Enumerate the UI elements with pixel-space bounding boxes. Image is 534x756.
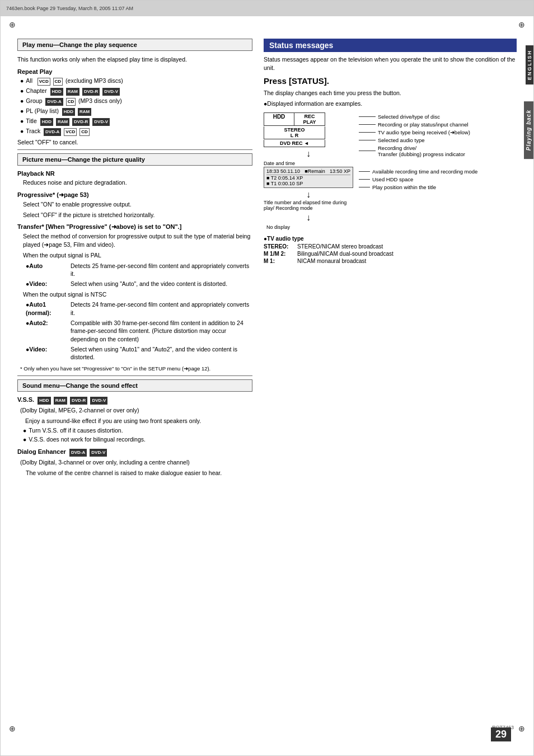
diagram-wrapper: HDD RECPLAY STEREOL R (264, 112, 517, 230)
down-arrow3: ↓ (264, 213, 353, 223)
press-note: ●Displayed information are examples. (264, 100, 517, 108)
list-item: ● Track DVD-A VCD CD (20, 127, 252, 136)
list-item: ●Auto2: Compatible with 30 frame-per-sec… (26, 319, 252, 344)
press-desc: The display changes each time you press … (264, 89, 517, 97)
top-bar-text: 7463en.book Page 29 Tuesday, March 8, 20… (6, 6, 133, 11)
list-item: ● V.S.S. does not work for bilingual rec… (23, 435, 252, 444)
page-number: 29 (491, 727, 511, 741)
title-elapsed-label: Title number and elapsed time during pla… (264, 200, 353, 211)
list-item: ●Video: Select when using "Auto", and th… (26, 280, 252, 288)
play-menu-box: Play menu—Change the play sequence (17, 39, 252, 51)
list-item: ● Turn V.S.S. off if it causes distortio… (23, 426, 252, 435)
tv-audio-section: ●TV audio type STEREO: STEREO/NICAM ster… (264, 236, 517, 264)
down-arrow2: ↓ (264, 190, 353, 200)
ann-6: Available recording time and recording m… (359, 168, 517, 175)
ann-7: Used HDD space (359, 176, 517, 182)
list-item: ● PL (Play list) HDD RAM (20, 107, 252, 116)
dialog-enhancer-section: Dialog Enhancer DVD-A DVD-V (Dolby Digit… (17, 448, 252, 477)
content-area: Play menu—Change the play sequence This … (17, 39, 517, 479)
list-item: ●Auto Detects 25 frame-per-second film c… (26, 262, 252, 278)
sound-menu-box: Sound menu—Change the sound effect (17, 379, 252, 392)
dvd-rec-box: DVD REC ◄ (264, 140, 325, 147)
dialog-enhancer-heading: Dialog Enhancer DVD-A DVD-V (17, 448, 252, 457)
list-item: ● Chapter HDD RAM DVD-R DVD-V (20, 87, 252, 96)
repeat-play-list: ● All VCD CD (excluding MP3 discs) ● Cha… (20, 77, 252, 136)
picture-menu-box: Picture menu—Change the picture quality (17, 153, 252, 166)
hdd-rec-row: HDD RECPLAY (264, 112, 353, 126)
playback-nr-heading: Playback NR (17, 170, 252, 177)
page-outer: 7463en.book Page 29 Tuesday, March 8, 20… (0, 0, 534, 756)
progressive-heading: Progressive* (➜page 53) (17, 191, 252, 199)
date-time-label: Date and time (264, 161, 353, 166)
ann-3: TV audio type being received (➜below) (359, 129, 517, 135)
transfer-heading: Transfer* [When "Progressive" (➜above) i… (17, 223, 252, 231)
transfer-footnote: * Only when you have set "Progressive" t… (20, 365, 252, 372)
tv-audio-heading: ●TV audio type (264, 236, 517, 242)
cancel-text: Select "OFF" to cancel. (17, 138, 252, 147)
press-status-heading: Press [STATUS]. (264, 76, 517, 86)
ann-8: Play position within the title (359, 184, 517, 190)
ann-5: Recording drive/Transfer (dubbing) progr… (359, 145, 517, 157)
stereo-box: STEREOL R (264, 126, 325, 139)
display-row1: 18:33 50.11.10 ■Remain 13:50 XP ■ T2 0:0… (264, 167, 353, 188)
ann-2: Recording or play status/input channel (359, 121, 517, 128)
top-bar: 7463en.book Page 29 Tuesday, March 8, 20… (1, 1, 533, 16)
status-diagram-area: HDD RECPLAY STEREOL R (264, 112, 517, 230)
ntsc-items: ●Auto1(normal): Detects 24 frame-per-sec… (26, 300, 252, 361)
m1m2-row: M 1/M 2: Bilingual/NICAM dual-sound broa… (264, 251, 517, 257)
repeat-play-heading: Repeat Play (17, 68, 252, 75)
status-messages-header: Status messages (264, 39, 517, 52)
pal-heading: When the output signal is PAL (23, 251, 252, 260)
right-column: Status messages Status messages appear o… (264, 39, 517, 479)
ann-4: Selected audio type (359, 137, 517, 143)
hdd-box: HDD (264, 112, 294, 126)
progressive-off: Select "OFF" if the picture is stretched… (23, 211, 252, 219)
playback-nr-text: Reduces noise and picture degradation. (23, 179, 252, 187)
vss-note: (Dolby Digital, MPEG, 2-channel or over … (20, 406, 252, 415)
list-item: ●Auto1(normal): Detects 24 frame-per-sec… (26, 300, 252, 317)
vss-bullets: Enjoy a surround-like effect if you are … (23, 417, 252, 444)
down-arrow1: ↓ (264, 149, 353, 159)
list-item: ● All VCD CD (excluding MP3 discs) (20, 77, 252, 86)
corner-mark-tr: ⊕ (518, 20, 525, 29)
list-item: ●Video: Select when using "Auto1" and "A… (26, 345, 252, 361)
play-menu-title: Play menu—Change the play sequence (22, 41, 247, 48)
stereo-row-audio: STEREO: STEREO/NICAM stereo broadcast (264, 243, 517, 250)
ann-1: Selected drive/type of disc (359, 114, 517, 120)
corner-mark-tl: ⊕ (9, 20, 16, 29)
dvd-rec-row: DVD REC ◄ (264, 140, 353, 147)
no-display-label: No display (266, 224, 353, 230)
left-column: Play menu—Change the play sequence This … (17, 39, 252, 479)
diagram-annotations: Selected drive/type of disc Recording or… (353, 112, 517, 230)
picture-menu-title: Picture menu—Change the picture quality (22, 156, 247, 163)
sound-menu-title: Sound menu—Change the sound effect (22, 382, 247, 389)
stereo-row: STEREOL R (264, 126, 353, 139)
pal-items: ●Auto Detects 25 frame-per-second film c… (26, 262, 252, 288)
corner-mark-br: ⊕ (518, 724, 525, 733)
divider2 (17, 375, 252, 376)
status-intro: Status messages appear on the television… (264, 55, 517, 72)
m1-row: M 1: NICAM monaural broadcast (264, 258, 517, 264)
play-menu-intro: This function works only when the elapse… (17, 55, 252, 64)
rec-play-box: RECPLAY (294, 112, 325, 126)
diagram-boxes: HDD RECPLAY STEREOL R (264, 112, 353, 230)
divider (17, 149, 252, 150)
list-item: ● Group DVD-A CD (MP3 discs only) (20, 97, 252, 106)
progressive-on: Select "ON" to enable progressive output… (23, 200, 252, 209)
playing-back-tab: Playing back (524, 101, 533, 159)
list-item: ● Title HDD RAM DVD-R DVD-V (20, 117, 252, 126)
vss-section: V.S.S. HDD RAM DVD-R DVD-V (Dolby Digita… (17, 396, 252, 444)
english-tab: ENGLISH (526, 45, 533, 84)
dialog-enhancer-text: The volume of the centre channel is rais… (26, 469, 252, 477)
corner-mark-bl: ⊕ (9, 724, 16, 733)
transfer-text1: Select the method of conversion for prog… (23, 232, 252, 248)
ntsc-heading: When the output signal is NTSC (23, 290, 252, 299)
list-item: Enjoy a surround-like effect if you are … (23, 417, 252, 425)
dialog-enhancer-note: (Dolby Digital, 3-channel or over only, … (20, 458, 252, 467)
vss-heading: V.S.S. HDD RAM DVD-R DVD-V (17, 396, 252, 405)
